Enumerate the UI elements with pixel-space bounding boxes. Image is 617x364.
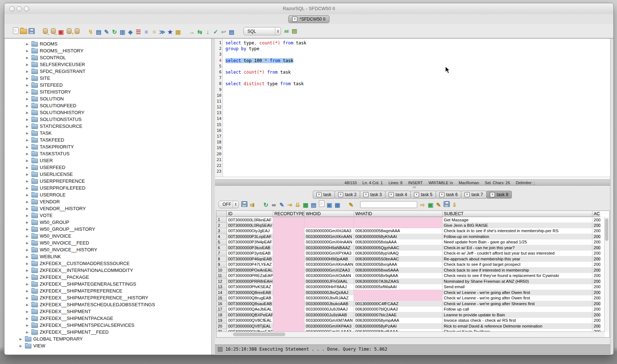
- disclosure-triangle-icon[interactable]: ▶: [26, 282, 30, 286]
- data-cell[interactable]: 0033000000JbvRJAAZ: [304, 295, 354, 301]
- result-tab-task[interactable]: ×task: [313, 191, 335, 199]
- disclosure-triangle-icon[interactable]: ▶: [26, 131, 30, 135]
- tree-item-userfeed[interactable]: ▶USERFEED: [5, 164, 211, 171]
- refresh-schema-icon[interactable]: ↻: [111, 28, 118, 36]
- disclosure-triangle-icon[interactable]: ▶: [26, 145, 30, 149]
- data-cell[interactable]: Re-approach about membership this year: [442, 256, 592, 262]
- null-cell[interactable]: [273, 318, 304, 324]
- null-cell[interactable]: [354, 222, 442, 228]
- null-cell[interactable]: [273, 251, 304, 256]
- data-cell[interactable]: 006300000058wgmAAA: [354, 228, 442, 234]
- data-cell[interactable]: 200: [592, 239, 600, 245]
- data-cell[interactable]: 00T3000000P47LYEAZ: [226, 262, 273, 268]
- text-export-view-icon[interactable]: [318, 200, 325, 208]
- null-cell[interactable]: [273, 290, 304, 295]
- data-cell[interactable]: 00T3000000OiyJgEAJ: [226, 228, 273, 234]
- fetch-more-rows-icon[interactable]: ⇓: [450, 201, 458, 209]
- data-cell[interactable]: 00630000007blQUAA2: [354, 307, 442, 312]
- table-row[interactable]: 800T3000000P46qnEAB0033000000H9i0pAAB006…: [216, 256, 600, 262]
- duplicate-connection-icon[interactable]: ▣: [57, 28, 65, 36]
- tree-item-user[interactable]: ▶USER: [5, 157, 211, 164]
- row-limit-select[interactable]: OFF ▲▼: [219, 201, 239, 208]
- disclosure-triangle-icon[interactable]: ▶: [26, 296, 30, 300]
- tree-item-zkfedex-shipmategeneralsettings[interactable]: ▶ZKFEDEX__SHIPMATEGENERALSETTINGS: [5, 281, 211, 287]
- disclosure-triangle-icon[interactable]: ▶: [26, 152, 30, 156]
- null-cell[interactable]: [273, 262, 304, 268]
- data-cell[interactable]: 00T3000000PREZaEAP: [226, 273, 273, 279]
- table-row[interactable]: 400T3000000P3LopEAF0033000000GmXKnAAN006…: [216, 234, 600, 239]
- data-cell[interactable]: Leanne to provide update to Bain: [442, 312, 592, 318]
- row-number[interactable]: 16: [216, 301, 226, 307]
- data-cell[interactable]: 200: [592, 307, 600, 312]
- table-row[interactable]: 1400T3000000Q8rexEAB0033000000JbvQzAAJCh…: [216, 290, 600, 295]
- reload-table-icon[interactable]: ▦: [302, 201, 310, 209]
- data-cell[interactable]: 0033000000GmXKmAAN: [304, 262, 354, 268]
- tree-item-solutionhistory[interactable]: ▶SOLUTIONHISTORY: [5, 109, 211, 116]
- tree-item-w50-invoice-history[interactable]: ▶W50_INVOICE__HISTORY: [5, 246, 211, 253]
- row-number[interactable]: 18: [216, 312, 226, 318]
- tree-item-zkfedex-package[interactable]: ▶ZKFEDEX__PACKAGE: [5, 274, 211, 281]
- disclosure-triangle-icon[interactable]: ▶: [26, 310, 30, 313]
- query-builder-icon[interactable]: ▦: [174, 28, 182, 36]
- data-cell[interactable]: 0033000000Ju9zlAAB: [304, 312, 354, 318]
- null-cell[interactable]: [273, 307, 304, 312]
- scrollbar-thumb[interactable]: [233, 333, 285, 336]
- data-cell[interactable]: 00T3000000POeAnEAL: [226, 267, 273, 273]
- data-cell[interactable]: 006300000058ympAAA: [354, 318, 442, 324]
- data-cell[interactable]: 006300000058yKhAAI: [354, 234, 442, 239]
- disclosure-triangle-icon[interactable]: ▶: [26, 214, 30, 217]
- data-cell[interactable]: Nominated by Shane Freeman at ANZ (HR50): [442, 278, 592, 284]
- data-cell[interactable]: 00T3000000Q8rugEAB: [226, 295, 273, 301]
- data-cell[interactable]: 200: [592, 323, 600, 329]
- data-cell[interactable]: 200: [592, 278, 600, 284]
- null-cell[interactable]: [273, 217, 304, 223]
- disclosure-triangle-icon[interactable]: ▶: [26, 303, 30, 307]
- disclosure-triangle-icon[interactable]: ▶: [26, 159, 30, 162]
- data-cell[interactable]: 0033000000GmXPYAA3: [304, 251, 354, 256]
- disclosure-triangle-icon[interactable]: ▶: [26, 207, 30, 211]
- tree-item-solution[interactable]: ▶SOLUTION: [5, 95, 211, 102]
- disclosure-triangle-icon[interactable]: ▶: [26, 186, 30, 190]
- tab-close-icon[interactable]: ×: [363, 192, 368, 197]
- tab-close-icon[interactable]: ×: [389, 192, 394, 197]
- scrollbar-thumb[interactable]: [605, 218, 608, 241]
- row-number[interactable]: 8: [216, 256, 226, 262]
- data-cell[interactable]: 00T3000000QV8CfEAL: [226, 318, 273, 324]
- result-tab-task-8[interactable]: ×task 8: [486, 191, 512, 199]
- connect-database-icon[interactable]: →: [41, 27, 49, 35]
- data-cell[interactable]: Check-in w/ Ed - can he join this year?: [442, 245, 592, 251]
- row-number[interactable]: 7: [216, 251, 226, 256]
- data-cell[interactable]: Check w/ Leanne - we're going after Shea…: [442, 301, 592, 307]
- tree-item-weblink[interactable]: ▶WEBLINK: [5, 253, 211, 260]
- disclosure-triangle-icon[interactable]: ▶: [26, 221, 30, 224]
- tree-item-zkfedex-shipment[interactable]: ▶ZKFEDEX__SHIPMENT: [5, 308, 211, 315]
- fetch-next-icon[interactable]: ↓: [204, 28, 212, 36]
- new-file-icon[interactable]: [12, 27, 20, 35]
- disclosure-triangle-icon[interactable]: ▶: [26, 262, 30, 265]
- table-row[interactable]: 1800T3000000QBXPeEAP0033000000Ju9zlAAB00…: [216, 312, 600, 318]
- disclosure-triangle-icon[interactable]: ▶: [26, 90, 30, 94]
- data-cell[interactable]: 0033000000GmXHJAA3: [304, 228, 354, 234]
- mode-select[interactable]: SQL ▲▼: [243, 27, 281, 35]
- data-cell[interactable]: 00T3000000QAeJbEAL: [226, 307, 273, 312]
- tab-close-icon[interactable]: ×: [316, 192, 322, 197]
- tree-item-w50-invoice-feed[interactable]: ▶W50_INVOICE__FEED: [5, 239, 211, 246]
- edit-key-icon[interactable]: ✎: [347, 201, 355, 209]
- data-cell[interactable]: 200: [592, 312, 600, 318]
- table-row[interactable]: 1500T3000000Q8rugEAB0033000000JbvRJAAZCh…: [216, 295, 600, 301]
- result-tab-task-4[interactable]: ×task 4: [385, 191, 411, 199]
- tree-item-taskfeed[interactable]: ▶TASKFEED: [5, 136, 211, 143]
- results-search-input[interactable]: [360, 201, 417, 208]
- data-cell[interactable]: 00T3000000Q8sauEAB: [226, 301, 273, 307]
- row-number[interactable]: 5: [216, 239, 226, 245]
- disclosure-triangle-icon[interactable]: ▶: [26, 125, 30, 128]
- data-cell[interactable]: Check back in to see if she's interested…: [442, 228, 592, 234]
- disclosure-triangle-icon[interactable]: ▶: [26, 269, 30, 272]
- tree-item-task[interactable]: ▶TASK: [5, 130, 211, 136]
- inspect-row-icon[interactable]: ∞: [270, 201, 278, 209]
- tree-item-staticresource[interactable]: ▶STATICRESOURCE: [5, 123, 211, 130]
- tree-item-rooms-history[interactable]: ▶ROOMS__HISTORY: [5, 47, 211, 54]
- data-cell[interactable]: 006300000058x9qAAA: [354, 273, 442, 279]
- tree-item-view[interactable]: ▶VIEW: [5, 342, 211, 349]
- tree-item-userpreference[interactable]: ▶USERPREFERENCE: [5, 178, 211, 185]
